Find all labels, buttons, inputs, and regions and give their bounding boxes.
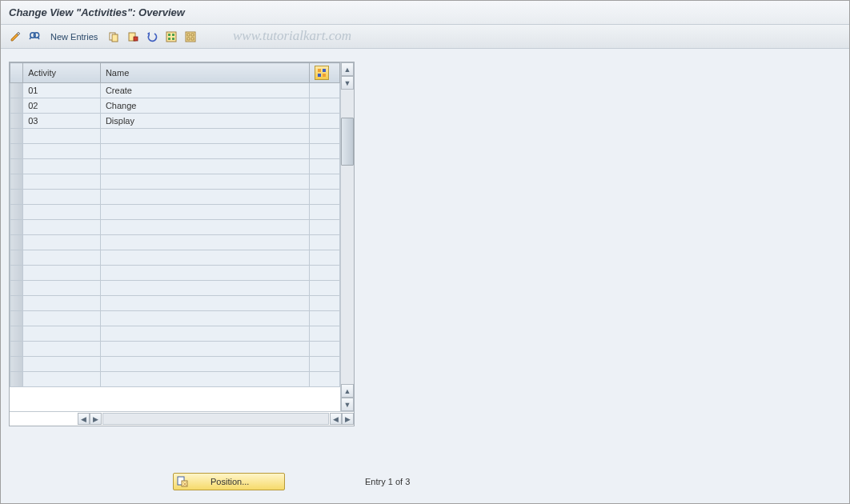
scroll-track[interactable] <box>341 90 354 384</box>
deselect-all-icon[interactable] <box>182 29 198 45</box>
table-row[interactable] <box>10 144 340 159</box>
cell-activity[interactable] <box>23 250 101 266</box>
table-row[interactable] <box>10 174 340 190</box>
row-selector[interactable] <box>10 190 23 205</box>
table-row[interactable] <box>10 235 340 250</box>
find-icon[interactable] <box>26 29 42 45</box>
cell-activity[interactable] <box>23 159 101 174</box>
cell-name[interactable] <box>100 235 309 250</box>
cell-activity[interactable] <box>23 342 101 357</box>
cell-activity[interactable] <box>23 281 101 296</box>
new-entries-button[interactable]: New Entries <box>46 29 102 45</box>
cell-activity[interactable] <box>23 174 101 190</box>
cell-activity[interactable] <box>23 372 101 387</box>
table-row[interactable] <box>10 326 340 342</box>
scroll-down-step-icon[interactable]: ▼ <box>341 76 354 90</box>
cell-activity[interactable] <box>23 296 101 311</box>
row-selector[interactable] <box>10 235 23 250</box>
cell-activity[interactable] <box>23 266 101 281</box>
cell-activity[interactable] <box>23 357 101 372</box>
table-row[interactable] <box>10 357 340 372</box>
cell-name[interactable] <box>100 342 309 357</box>
cell-name[interactable] <box>100 220 309 235</box>
cell-name[interactable] <box>100 357 309 372</box>
table-row[interactable] <box>10 250 340 266</box>
cell-activity[interactable]: 02 <box>23 98 101 114</box>
cell-name[interactable]: Display <box>100 114 309 129</box>
cell-name[interactable] <box>100 281 309 296</box>
toggle-change-icon[interactable] <box>7 29 23 45</box>
cell-activity[interactable] <box>23 326 101 342</box>
scroll-up-icon[interactable]: ▲ <box>341 62 354 76</box>
hscroll-left-step-icon[interactable]: ◀ <box>330 413 342 425</box>
table-row[interactable] <box>10 159 340 174</box>
row-selector[interactable] <box>10 98 23 114</box>
row-selector[interactable] <box>10 357 23 372</box>
row-selector[interactable] <box>10 372 23 387</box>
row-selector[interactable] <box>10 144 23 159</box>
cell-name[interactable] <box>100 129 309 144</box>
scroll-thumb[interactable] <box>341 118 354 166</box>
row-selector[interactable] <box>10 174 23 190</box>
column-header-activity[interactable]: Activity <box>23 63 101 83</box>
select-all-icon[interactable] <box>163 29 179 45</box>
cell-name[interactable] <box>100 372 309 387</box>
scroll-up-step-icon[interactable]: ▲ <box>341 384 354 398</box>
table-row[interactable]: 02Change <box>10 98 340 114</box>
column-header-name[interactable]: Name <box>100 63 309 83</box>
cell-name[interactable] <box>100 205 309 220</box>
cell-activity[interactable] <box>23 220 101 235</box>
delete-icon[interactable] <box>125 29 141 45</box>
cell-name[interactable] <box>100 174 309 190</box>
cell-activity[interactable] <box>23 129 101 144</box>
cell-name[interactable] <box>100 144 309 159</box>
hscroll-track[interactable] <box>102 413 329 425</box>
hscroll-right-icon[interactable]: ▶ <box>342 413 354 425</box>
row-selector[interactable] <box>10 296 23 311</box>
cell-activity[interactable] <box>23 235 101 250</box>
cell-activity[interactable] <box>23 311 101 326</box>
cell-name[interactable] <box>100 190 309 205</box>
cell-activity[interactable] <box>23 190 101 205</box>
table-settings-icon[interactable] <box>315 66 329 80</box>
cell-name[interactable]: Change <box>100 98 309 114</box>
hscroll-right-step-icon[interactable]: ▶ <box>90 413 102 425</box>
cell-activity[interactable]: 03 <box>23 114 101 129</box>
table-row[interactable] <box>10 372 340 387</box>
table-row[interactable]: 03Display <box>10 114 340 129</box>
table-row[interactable] <box>10 296 340 311</box>
cell-activity[interactable] <box>23 205 101 220</box>
table-row[interactable] <box>10 220 340 235</box>
position-button[interactable]: Position... <box>173 473 285 490</box>
table-row[interactable] <box>10 190 340 205</box>
row-selector[interactable] <box>10 83 23 98</box>
row-selector[interactable] <box>10 129 23 144</box>
table-row[interactable] <box>10 281 340 296</box>
hscroll-left-icon[interactable]: ◀ <box>78 413 90 425</box>
row-selector[interactable] <box>10 266 23 281</box>
cell-activity[interactable] <box>23 144 101 159</box>
table-row[interactable] <box>10 129 340 144</box>
scroll-down-icon[interactable]: ▼ <box>341 398 354 411</box>
row-selector[interactable] <box>10 205 23 220</box>
row-selector[interactable] <box>10 250 23 266</box>
cell-activity[interactable]: 01 <box>23 83 101 98</box>
row-selector[interactable] <box>10 159 23 174</box>
row-selector[interactable] <box>10 326 23 342</box>
cell-name[interactable] <box>100 266 309 281</box>
row-selector[interactable] <box>10 220 23 235</box>
row-selector[interactable] <box>10 114 23 129</box>
row-selector[interactable] <box>10 311 23 326</box>
row-selector[interactable] <box>10 342 23 357</box>
cell-name[interactable] <box>100 250 309 266</box>
copy-icon[interactable] <box>106 29 122 45</box>
undo-icon[interactable] <box>144 29 160 45</box>
table-row[interactable]: 01Create <box>10 83 340 98</box>
table-row[interactable] <box>10 342 340 357</box>
row-selector[interactable] <box>10 281 23 296</box>
cell-name[interactable] <box>100 296 309 311</box>
cell-name[interactable]: Create <box>100 83 309 98</box>
cell-name[interactable] <box>100 159 309 174</box>
cell-name[interactable] <box>100 311 309 326</box>
cell-name[interactable] <box>100 326 309 342</box>
